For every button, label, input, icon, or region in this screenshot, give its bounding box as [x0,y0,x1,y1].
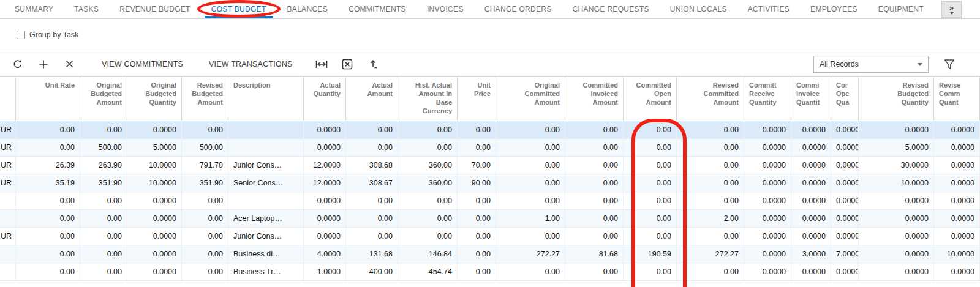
grid-cell[interactable]: 0.00 [677,157,744,174]
grid-cell[interactable]: 0.0000 [744,121,791,138]
grid-cell[interactable]: 0.0000 [934,228,980,245]
grid-cell[interactable]: 0.0000 [934,121,980,138]
tab-commitments[interactable]: COMMITMENTS [338,0,417,18]
grid-cell[interactable]: 272.27 [677,245,744,263]
grid-cell[interactable]: 351.90 [182,174,228,192]
grid-cell[interactable]: 0.00 [182,245,228,263]
grid-cell[interactable]: UR [0,228,16,245]
grid-cell[interactable]: 5.0000 [859,139,934,156]
grid-cell[interactable]: 0.0000 [791,192,831,209]
column-header[interactable]: Hist. Actual Amount in Base Currency [398,77,458,121]
grid-cell[interactable]: 0.00 [346,210,398,227]
grid-cell[interactable]: 81.68 [565,245,624,263]
grid-cell[interactable]: 0.00 [80,121,127,138]
grid-cell[interactable]: Business Tr… [228,263,304,280]
grid-cell[interactable]: 0.0000 [127,192,182,209]
column-header[interactable]: Committed Open Amount [624,77,677,121]
grid-cell[interactable]: 272.27 [496,245,565,263]
grid-cell[interactable]: 0.0000 [831,228,859,245]
grid-cell[interactable]: 146.84 [398,245,458,263]
tab-activities[interactable]: ACTIVITIES [737,0,800,18]
grid-cell[interactable]: 0.0000 [127,245,182,263]
grid-cell[interactable]: 0.0000 [744,174,791,192]
grid-cell[interactable]: 0.00 [16,263,80,280]
grid-cell[interactable]: 0.00 [624,121,677,138]
grid-cell[interactable]: 0.0000 [934,210,980,227]
grid-cell[interactable]: 0.00 [398,210,458,227]
grid-cell[interactable]: 0.00 [565,139,624,156]
grid-cell[interactable] [228,139,304,156]
grid-cell[interactable]: 0.0000 [304,228,346,245]
grid-cell[interactable]: 0.00 [346,192,398,209]
grid-cell[interactable]: UR [0,121,16,138]
grid-cell[interactable]: 0.00 [16,192,80,209]
tab-revenue-budget[interactable]: REVENUE BUDGET [109,0,201,18]
grid-cell[interactable]: 12.0000 [304,174,346,192]
column-header[interactable]: Revised Budgeted Amount [182,77,228,121]
grid-cell[interactable]: 0.0000 [934,192,980,209]
upload-button[interactable] [363,55,383,73]
tab-summary[interactable]: SUMMARY [4,0,64,18]
grid-cell[interactable]: 10.0000 [859,174,934,192]
grid-cell[interactable]: 0.00 [80,263,127,280]
grid-cell[interactable]: 0.00 [496,157,565,174]
grid-cell[interactable]: 1.00 [496,210,565,227]
grid-cell[interactable]: 0.00 [677,263,744,280]
tab-union-locals[interactable]: UNION LOCALS [660,0,737,18]
grid-cell[interactable]: 0.0000 [304,210,346,227]
tab-balances[interactable]: BALANCES [277,0,338,18]
column-header[interactable]: Revise Comm Quant [934,77,980,121]
grid-cell[interactable]: 3.0000 [791,245,831,263]
grid-cell[interactable]: 0.00 [16,139,80,156]
table-row[interactable]: UR0.000.000.00000.000.00000.000.000.000.… [0,121,980,139]
grid-cell[interactable]: 0.00 [398,121,458,138]
grid-cell[interactable]: 26.39 [16,157,80,174]
grid-cell[interactable]: 0.00 [16,228,80,245]
table-row[interactable]: 0.000.000.00000.00Business Tr…1.0000400.… [0,263,980,281]
grid-cell[interactable]: 0.00 [346,139,398,156]
grid-cell[interactable]: 0.0000 [744,157,791,174]
grid-cell[interactable]: 360.00 [398,157,458,174]
grid-cell[interactable]: 0.0000 [859,210,934,227]
grid-cell[interactable]: 0.0000 [791,210,831,227]
column-header[interactable]: Unit Price [458,77,496,121]
grid-cell[interactable]: 0.0000 [744,210,791,227]
column-header[interactable]: Cor Ope Qua [831,77,859,121]
grid-cell[interactable]: 0.0000 [859,192,934,209]
grid-cell[interactable]: 0.0000 [934,157,980,174]
grid-cell[interactable]: 0.00 [398,228,458,245]
grid-cell[interactable]: 131.68 [346,245,398,263]
grid-cell[interactable]: 0.00 [677,121,744,138]
column-header[interactable]: Unit Rate [16,77,80,121]
filter-settings-button[interactable] [942,58,957,71]
grid-cell[interactable]: 0.00 [16,245,80,263]
grid-cell[interactable]: 2.00 [677,210,744,227]
refresh-button[interactable] [7,55,28,73]
column-header[interactable]: Description [228,77,304,121]
grid-cell[interactable] [0,263,16,280]
records-filter-select[interactable]: All Records [813,56,929,73]
grid-cell[interactable]: 0.00 [458,210,496,227]
grid-cell[interactable]: 0.00 [565,121,624,138]
grid-cell[interactable]: 0.00 [80,192,127,209]
grid-cell[interactable]: 5.0000 [127,139,182,156]
grid-cell[interactable]: 0.0000 [304,139,346,156]
grid-cell[interactable]: 0.0000 [831,210,859,227]
column-header[interactable] [0,77,16,121]
grid-cell[interactable]: 0.00 [398,139,458,156]
grid-cell[interactable]: 0.00 [182,263,228,280]
grid-cell[interactable]: Junior Cons… [228,228,304,245]
grid-cell[interactable]: 0.0000 [744,245,791,263]
grid-cell[interactable]: 0.0000 [859,263,934,280]
grid-cell[interactable]: 0.00 [624,210,677,227]
export-to-excel-button[interactable] [337,55,358,73]
grid-cell[interactable]: 500.00 [80,139,127,156]
tab-employees[interactable]: EMPLOYEES [800,0,868,18]
column-header[interactable]: Commi Invoice Quantit [791,77,831,121]
grid-cell[interactable]: 0.00 [677,139,744,156]
grid-cell[interactable]: 0.00 [496,263,565,280]
grid-cell[interactable]: 0.0000 [831,121,859,138]
grid-cell[interactable]: 0.00 [458,192,496,209]
grid-cell[interactable]: 0.0000 [744,192,791,209]
view-commitments-button[interactable]: VIEW COMMITMENTS [92,55,193,73]
